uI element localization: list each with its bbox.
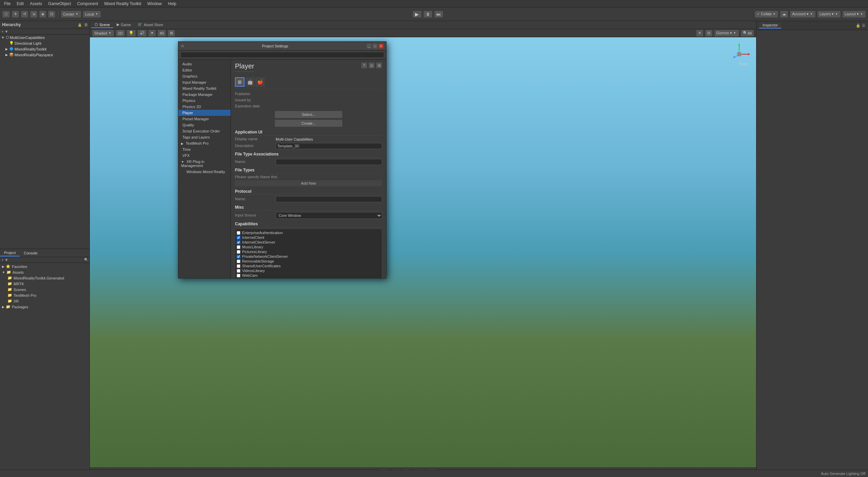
settings-input-manager[interactable]: Input Manager [178, 79, 231, 85]
cap-videos-library-cb[interactable] [237, 269, 240, 273]
add-hierarchy-btn[interactable]: + ▼ [1, 29, 8, 34]
cap-internet-client-server-cb[interactable] [237, 241, 240, 244]
hierarchy-root[interactable]: ▼ ⬡ MultiUserCapabilities [0, 35, 90, 40]
settings-player[interactable]: Player [178, 110, 231, 116]
settings-textmesh[interactable]: ▶ TextMesh Pro [178, 140, 231, 146]
settings-package-manager[interactable]: Package Manager [178, 91, 231, 98]
project-item-textmesh[interactable]: 📁 TextMesh Pro [0, 292, 90, 298]
tool-transform[interactable]: ⊡ [48, 11, 56, 18]
cap-pictures-library-cb[interactable] [237, 250, 240, 254]
menu-component[interactable]: Component [74, 1, 101, 7]
cap-internet-client-cb[interactable] [237, 236, 240, 240]
input-source-dropdown[interactable]: Core Window [276, 212, 382, 219]
collab-button[interactable]: ✓ Collab [754, 11, 778, 18]
project-item-xr[interactable]: 📁 XR [0, 298, 90, 304]
gizmos-dropdown[interactable]: Gizmos ▾ [714, 29, 739, 37]
local-toggle[interactable]: Local [83, 11, 101, 18]
cloud-button[interactable]: ☁ [780, 11, 788, 18]
settings-time[interactable]: Time [178, 146, 231, 152]
platform-android[interactable]: 🤖 [245, 77, 255, 87]
play-button[interactable]: ▶ [412, 11, 422, 18]
platform-windows[interactable]: ⊞ [235, 77, 244, 87]
menu-assets[interactable]: Assets [27, 1, 45, 7]
hierarchy-lock[interactable]: 🔒 [78, 23, 82, 27]
tool-hand[interactable]: ⬡ [2, 11, 10, 18]
menu-mixed-reality[interactable]: Mixed Reality Toolkit [101, 1, 144, 7]
project-item-mrtk-generated[interactable]: 📁 MixedRealityToolkit.Generated [0, 275, 90, 281]
settings-tags-layers[interactable]: Tags and Layers [178, 134, 231, 140]
project-item-packages[interactable]: ▶ 📁 Packages [0, 304, 90, 310]
hierarchy-item-directional-light[interactable]: ▶ 💡 Directional Light [0, 40, 90, 46]
center-toggle[interactable]: Center [61, 11, 81, 18]
settings-physics-2d[interactable]: Physics 2D [178, 104, 231, 110]
step-button[interactable]: ⏭ [434, 11, 443, 18]
modal-maximize[interactable]: □ [373, 44, 377, 48]
settings-physics[interactable]: Physics [178, 98, 231, 104]
grid-btn[interactable]: #0 [157, 29, 166, 37]
cap-private-network-cb[interactable] [237, 255, 240, 258]
menu-file[interactable]: File [1, 1, 13, 7]
tab-game[interactable]: ▶ Game [113, 22, 134, 28]
settings-vfx[interactable]: VFX [178, 152, 231, 159]
add-new-button[interactable]: Add New [235, 180, 382, 186]
menu-gameobject[interactable]: GameObject [45, 1, 74, 7]
project-item-scenes[interactable]: 📁 Scenes [0, 287, 90, 292]
hierarchy-menu[interactable]: ☰ [84, 23, 87, 27]
shading-dropdown[interactable]: Shaded [92, 29, 114, 37]
settings-editor[interactable]: Editor [178, 67, 231, 73]
gizmo-hide[interactable]: ✕ [696, 29, 704, 37]
cap-shared-certs-cb[interactable] [237, 264, 240, 268]
menu-edit[interactable]: Edit [14, 1, 26, 7]
layers-button[interactable]: Layers ▾ [817, 11, 841, 18]
file-type-name-input[interactable] [276, 159, 382, 165]
assets-group[interactable]: ▼ 📁 Assets [0, 269, 90, 275]
console-tab[interactable]: Console [20, 250, 41, 256]
create-button[interactable]: Create... [275, 120, 342, 127]
settings-preset-manager[interactable]: Preset Manager [178, 116, 231, 122]
scene-gizmo[interactable]: Persp [726, 41, 753, 68]
cap-webcam-cb[interactable] [237, 274, 240, 277]
select-button[interactable]: Select... [275, 111, 342, 118]
effects-btn[interactable]: ✦ [148, 29, 156, 37]
pause-button[interactable]: ⏸ [423, 11, 433, 18]
project-item-mrtk[interactable]: 📁 MRTK [0, 281, 90, 287]
favorites-group[interactable]: ▶ ⭐ Favorites [0, 264, 90, 269]
audio-btn[interactable]: 🔊 [137, 29, 147, 37]
tab-asset-store[interactable]: 🛒 Asset Store [134, 22, 166, 28]
player-preset-btn[interactable]: ⊡ [369, 62, 375, 68]
cap-enterprise-auth-cb[interactable] [237, 231, 240, 235]
description-input[interactable] [276, 143, 382, 149]
tool-scale[interactable]: ⇲ [30, 11, 38, 18]
account-button[interactable]: Account ▾ [790, 11, 816, 18]
render-scale[interactable]: ⊞ [167, 29, 175, 37]
settings-graphics[interactable]: Graphics [178, 73, 231, 79]
menu-help[interactable]: Help [165, 1, 179, 7]
settings-windows-mixed[interactable]: Windows Mixed Reality [178, 169, 231, 175]
menu-window[interactable]: Window [145, 1, 165, 7]
lighting-btn[interactable]: 💡 [126, 29, 136, 37]
tab-scene[interactable]: ⬡ Scene [91, 22, 113, 28]
settings-xr[interactable]: ▼ XR Plug-in Management [178, 159, 231, 169]
hierarchy-item-playspace[interactable]: ▶ 📦 MixedRealityPlayspace [0, 52, 90, 58]
cap-removable-storage-cb[interactable] [237, 260, 240, 263]
snap-btn[interactable]: ⊟ [705, 29, 713, 37]
hierarchy-item-mrtk[interactable]: ▶ 🔷 MixedRealityToolkit [0, 46, 90, 52]
all-filter[interactable]: 🔍 All [741, 29, 754, 37]
layout-button[interactable]: Layout ▾ [842, 11, 866, 18]
modal-close[interactable]: ✕ [379, 44, 383, 48]
add-project-btn[interactable]: + ▼ [1, 258, 8, 262]
settings-mrtk[interactable]: Mixed Reality Toolkit [178, 85, 231, 91]
settings-audio[interactable]: Audio [178, 61, 231, 67]
player-help-btn[interactable]: ? [361, 62, 367, 68]
2d-toggle[interactable]: 2D [116, 29, 125, 37]
tool-move[interactable]: ✛ [12, 11, 19, 18]
settings-script-execution[interactable]: Script Execution Order [178, 128, 231, 134]
settings-quality[interactable]: Quality [178, 122, 231, 128]
inspector-menu-icon[interactable]: ☰ [862, 23, 865, 28]
protocol-name-input[interactable] [276, 196, 382, 202]
tool-rect[interactable]: ◈ [39, 11, 46, 18]
settings-search-input[interactable] [180, 52, 384, 58]
project-tab[interactable]: Project [0, 250, 20, 256]
inspector-tab[interactable]: Inspector [759, 22, 781, 28]
cap-music-library-cb[interactable] [237, 245, 240, 249]
